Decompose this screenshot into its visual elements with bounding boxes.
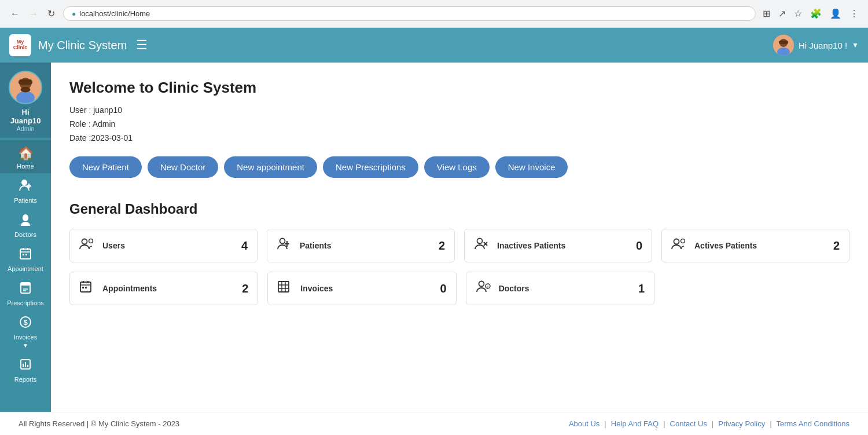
patients-stat-value: 2 — [439, 239, 445, 253]
app-logo: MyClinic — [9, 34, 31, 56]
footer-terms-link[interactable]: Terms And Conditions — [777, 419, 849, 428]
svg-point-6 — [16, 92, 35, 104]
stat-card-inactive-patients: Inactives Patients 0 — [464, 229, 652, 262]
footer-copyright: All Rights Reserved | © My Clinic System… — [19, 419, 179, 428]
inactive-patients-stat-label: Inactives Patients — [497, 241, 629, 250]
dashboard-title: General Dashboard — [69, 201, 849, 217]
hamburger-button[interactable]: ☰ — [134, 35, 150, 55]
sidebar: Hi Juanp10 Admin 🏠 Home Patien — [0, 63, 51, 412]
sidebar-avatar — [9, 71, 42, 104]
sidebar-item-patients[interactable]: Patients — [0, 173, 51, 207]
browser-toolbar: ⊞ ↗ ☆ 🧩 👤 ⋮ — [760, 7, 861, 20]
svg-point-37 — [681, 239, 685, 243]
sidebar-item-doctors[interactable]: Doctors — [0, 207, 51, 242]
forward-button[interactable]: → — [25, 6, 42, 21]
svg-point-8 — [21, 87, 31, 92]
new-appointment-button[interactable]: New appointment — [224, 156, 317, 178]
dashboard-stats-row2: Appointments 2 Invoices 0 — [69, 272, 654, 305]
footer-privacy-link[interactable]: Privacy Policy — [718, 419, 765, 428]
translate-icon[interactable]: ⊞ — [760, 7, 773, 20]
user-info: User : juanp10 Role : Admin Date :2023-0… — [69, 104, 849, 145]
header-dropdown-arrow[interactable]: ▼ — [852, 41, 859, 49]
sidebar-item-appointment[interactable]: Appointment — [0, 242, 51, 276]
address-bar[interactable]: ● localhost/clinic/Home — [63, 6, 756, 21]
extensions-icon[interactable]: 🧩 — [808, 7, 824, 20]
date-label: Date :2023-03-01 — [69, 131, 849, 145]
stat-card-patients: Patients 2 — [267, 229, 455, 262]
invoices-stat-value: 0 — [440, 282, 447, 295]
share-icon[interactable]: ↗ — [776, 7, 788, 20]
bookmark-icon[interactable]: ☆ — [792, 7, 804, 20]
invoices-dropdown-arrow: ▼ — [23, 342, 28, 349]
new-doctor-button[interactable]: New Doctor — [148, 156, 218, 178]
browser-chrome: ← → ↻ ● localhost/clinic/Home ⊞ ↗ ☆ 🧩 👤 … — [0, 0, 868, 28]
profile-icon[interactable]: 👤 — [827, 7, 844, 20]
doctors-stat-value: 1 — [638, 282, 645, 295]
footer-faq-link[interactable]: Help And FAQ — [611, 419, 659, 428]
sidebar-role: Admin — [16, 125, 34, 132]
svg-rect-7 — [19, 79, 32, 85]
sidebar-prescriptions-label: Prescriptions — [7, 299, 44, 306]
sidebar-username: Hi Juanp10 — [10, 108, 41, 125]
patients-stat-icon — [277, 237, 293, 254]
sidebar-user-info: Hi Juanp10 Admin — [0, 63, 51, 138]
sidebar-patients-label: Patients — [14, 197, 37, 204]
footer-about-link[interactable]: About Us — [569, 419, 599, 428]
footer-sep-2: | — [663, 419, 665, 428]
active-patients-stat-icon — [671, 238, 687, 253]
svg-rect-17 — [25, 254, 27, 255]
header-right: Hi Juanp10 ! ▼ — [773, 35, 859, 56]
home-icon: 🏠 — [18, 146, 34, 161]
svg-rect-43 — [85, 287, 87, 288]
header-left: MyClinic My Clinic System ☰ — [9, 34, 150, 56]
users-stat-value: 4 — [241, 239, 248, 253]
svg-point-29 — [89, 239, 93, 243]
sidebar-item-home[interactable]: 🏠 Home — [0, 140, 51, 173]
role-label: Role : Admin — [69, 118, 849, 131]
svg-point-33 — [477, 239, 483, 244]
footer-links: About Us | Help And FAQ | Contact Us | P… — [569, 419, 849, 428]
active-patients-stat-value: 2 — [833, 239, 840, 253]
footer-sep-4: | — [770, 419, 771, 428]
url-text: localhost/clinic/Home — [79, 9, 150, 18]
svg-point-9 — [21, 180, 27, 185]
reload-button[interactable]: ↻ — [44, 6, 58, 21]
new-prescriptions-button[interactable]: New Prescriptions — [323, 156, 418, 178]
inactive-patients-stat-icon — [474, 237, 490, 254]
svg-rect-19 — [21, 283, 30, 286]
doctors-stat-icon: + — [476, 280, 492, 297]
sidebar-home-label: Home — [17, 163, 34, 170]
patients-icon — [19, 179, 32, 195]
svg-point-28 — [82, 239, 87, 244]
menu-icon[interactable]: ⋮ — [847, 7, 861, 20]
doctors-stat-label: Doctors — [499, 284, 631, 293]
sidebar-item-reports[interactable]: Reports — [0, 352, 51, 386]
footer-sep-3: | — [712, 419, 713, 428]
footer-contact-link[interactable]: Contact Us — [670, 419, 707, 428]
prescriptions-icon — [19, 282, 32, 298]
app-header: MyClinic My Clinic System ☰ Hi Juanp10 !… — [0, 28, 868, 63]
invoices-stat-label: Invoices — [300, 284, 433, 293]
svg-point-30 — [280, 239, 285, 244]
sidebar-appointment-label: Appointment — [8, 265, 43, 272]
stat-card-invoices: Invoices 0 — [267, 272, 456, 305]
sidebar-item-invoices[interactable]: $ Invoices ▼ — [0, 310, 51, 352]
content-area: Welcome to Clinic System User : juanp10 … — [51, 63, 868, 412]
invoices-stat-icon — [277, 280, 293, 297]
browser-nav[interactable]: ← → ↻ — [7, 6, 58, 21]
sidebar-reports-label: Reports — [14, 376, 37, 383]
new-invoice-button[interactable]: New Invoice — [495, 156, 568, 178]
footer: All Rights Reserved | © My Clinic System… — [0, 412, 868, 435]
svg-point-36 — [674, 239, 679, 244]
welcome-title: Welcome to Clinic System — [69, 79, 849, 97]
view-logs-button[interactable]: View Logs — [424, 156, 490, 178]
doctors-icon — [19, 213, 32, 229]
new-patient-button[interactable]: New Patient — [69, 156, 142, 178]
appointments-stat-value: 2 — [242, 282, 248, 295]
sidebar-invoices-label: Invoices — [14, 334, 37, 341]
back-button[interactable]: ← — [7, 6, 23, 21]
sidebar-item-prescriptions[interactable]: Prescriptions — [0, 276, 51, 310]
main-layout: Hi Juanp10 Admin 🏠 Home Patien — [0, 63, 868, 412]
svg-point-49 — [479, 282, 484, 287]
appointment-icon — [19, 247, 32, 264]
